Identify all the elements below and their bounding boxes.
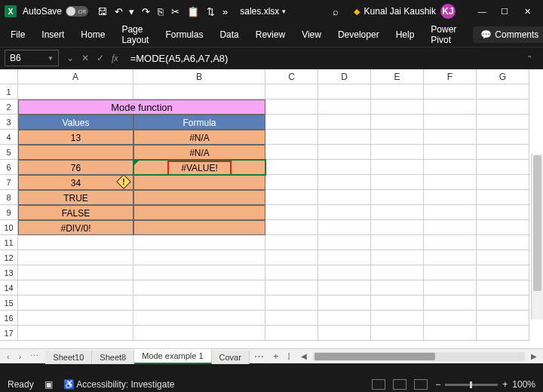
- cell[interactable]: #DIV/0!: [18, 220, 133, 235]
- row-header[interactable]: 9: [0, 205, 18, 220]
- cell[interactable]: [133, 205, 265, 220]
- cell[interactable]: 13: [18, 130, 133, 145]
- cell[interactable]: [477, 265, 529, 280]
- cell[interactable]: [265, 326, 318, 341]
- cell[interactable]: [424, 220, 477, 235]
- row-header[interactable]: 6: [0, 160, 18, 175]
- cell[interactable]: [371, 190, 424, 205]
- cell[interactable]: [318, 205, 371, 220]
- fx-icon[interactable]: fx: [109, 53, 121, 64]
- cell[interactable]: [371, 130, 424, 145]
- row-header[interactable]: 2: [0, 100, 18, 115]
- cell[interactable]: #N/A: [133, 130, 265, 145]
- col-header[interactable]: C: [265, 69, 318, 84]
- cell[interactable]: [424, 160, 477, 175]
- scroll-right-icon[interactable]: ▶: [528, 352, 540, 360]
- select-all-corner[interactable]: [0, 69, 18, 84]
- cell[interactable]: [477, 296, 529, 311]
- cell[interactable]: [371, 145, 424, 160]
- page-break-view-icon[interactable]: [414, 379, 428, 390]
- cell[interactable]: [477, 205, 529, 220]
- tab-home[interactable]: Home: [81, 29, 105, 40]
- more-icon[interactable]: »: [222, 6, 228, 17]
- tab-view[interactable]: View: [302, 29, 321, 40]
- cell[interactable]: [265, 115, 318, 130]
- cell[interactable]: [424, 296, 477, 311]
- tab-divider-icon[interactable]: ⁞: [283, 349, 295, 363]
- cell[interactable]: [318, 190, 371, 205]
- cell[interactable]: [18, 235, 133, 250]
- tab-data[interactable]: Data: [219, 29, 238, 40]
- row-header[interactable]: 17: [0, 326, 18, 341]
- tab-overflow-icon[interactable]: ⋯: [250, 349, 268, 363]
- cell[interactable]: [477, 326, 529, 341]
- cell[interactable]: [18, 280, 133, 296]
- row-header[interactable]: 12: [0, 250, 18, 265]
- error-indicator-icon[interactable]: !: [118, 176, 129, 187]
- cell[interactable]: [371, 280, 424, 296]
- col-header[interactable]: E: [371, 69, 424, 84]
- cell[interactable]: [424, 190, 477, 205]
- cell[interactable]: [265, 84, 318, 100]
- cell[interactable]: [318, 100, 371, 115]
- cell[interactable]: [18, 326, 133, 341]
- cell[interactable]: [133, 84, 265, 100]
- cell[interactable]: [265, 190, 318, 205]
- horizontal-scrollbar[interactable]: [313, 352, 525, 361]
- cell[interactable]: [133, 250, 265, 265]
- cell[interactable]: [424, 115, 477, 130]
- cell[interactable]: [477, 250, 529, 265]
- col-header[interactable]: F: [424, 69, 477, 84]
- row-header[interactable]: 10: [0, 220, 18, 235]
- tab-help[interactable]: Help: [396, 29, 415, 40]
- tab-file[interactable]: File: [11, 29, 25, 40]
- sheet-tab[interactable]: Covar: [212, 351, 250, 364]
- cell[interactable]: [371, 250, 424, 265]
- expand-formula-icon[interactable]: ⌃: [520, 54, 538, 63]
- vertical-scrollbar[interactable]: [531, 154, 543, 320]
- title-cell[interactable]: Mode function: [18, 100, 265, 115]
- accept-formula-icon[interactable]: ✓: [94, 53, 107, 63]
- maximize-icon[interactable]: ☐: [493, 1, 516, 22]
- cell[interactable]: [318, 280, 371, 296]
- cell[interactable]: [477, 84, 529, 100]
- cell[interactable]: [318, 160, 371, 175]
- chevron-down-icon[interactable]: ▾: [282, 8, 286, 15]
- cell[interactable]: [371, 311, 424, 326]
- cell[interactable]: [265, 220, 318, 235]
- cell[interactable]: 34: [18, 175, 133, 190]
- dropdown-icon[interactable]: ⌄: [63, 53, 77, 63]
- cell[interactable]: [318, 130, 371, 145]
- cancel-formula-icon[interactable]: ✕: [78, 53, 92, 63]
- normal-view-icon[interactable]: [372, 379, 385, 390]
- cell[interactable]: [477, 235, 529, 250]
- row-header[interactable]: 11: [0, 235, 18, 250]
- header-cell[interactable]: Values: [18, 115, 133, 130]
- cell[interactable]: [371, 84, 424, 100]
- undo-icon[interactable]: ↶: [115, 6, 123, 17]
- cell[interactable]: [477, 280, 529, 296]
- zoom-level[interactable]: 100%: [512, 379, 535, 390]
- formula-input[interactable]: [124, 51, 517, 66]
- cell[interactable]: [424, 265, 477, 280]
- zoom-out-icon[interactable]: −: [435, 379, 440, 390]
- col-header[interactable]: G: [477, 69, 529, 84]
- cell[interactable]: [133, 175, 265, 190]
- tab-page-layout[interactable]: Page Layout: [121, 24, 149, 45]
- cell[interactable]: [477, 220, 529, 235]
- redo-icon[interactable]: ↷: [142, 6, 150, 17]
- cell[interactable]: [133, 265, 265, 280]
- new-sheet-icon[interactable]: +: [268, 349, 284, 363]
- cell[interactable]: [318, 326, 371, 341]
- sheet-tab[interactable]: Sheet8: [92, 351, 134, 364]
- cell[interactable]: [424, 280, 477, 296]
- row-header[interactable]: 5: [0, 145, 18, 160]
- row-header[interactable]: 1: [0, 84, 18, 100]
- cell[interactable]: [18, 84, 133, 100]
- cut-icon[interactable]: ✂: [171, 6, 179, 17]
- row-header[interactable]: 7: [0, 175, 18, 190]
- cell[interactable]: [424, 145, 477, 160]
- copy-icon[interactable]: ⎘: [158, 6, 164, 17]
- tab-menu-icon[interactable]: ⋯: [26, 350, 42, 363]
- col-header[interactable]: A: [18, 69, 133, 84]
